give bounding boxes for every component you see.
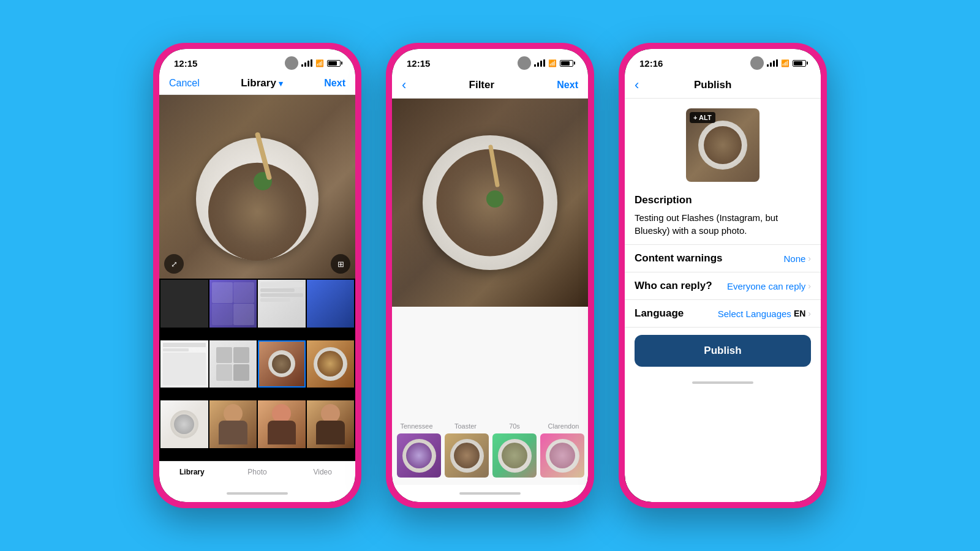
grid-item[interactable]	[160, 340, 208, 388]
content-warnings-row[interactable]: Content warnings None ›	[625, 245, 821, 272]
who-can-reply-row[interactable]: Who can reply? Everyone can reply ›	[625, 272, 821, 300]
crop-button[interactable]: ⊞	[331, 254, 350, 274]
grid-item[interactable]	[307, 340, 355, 388]
content-warnings-value: None ›	[783, 253, 811, 264]
avatar-3	[750, 56, 764, 70]
photo-thumbnail-area: + ALT	[625, 99, 821, 187]
filter-soup-bg	[392, 99, 588, 307]
language-code: EN	[794, 309, 805, 318]
filter-label-70s[interactable]: 70s	[490, 421, 539, 431]
grid-item[interactable]	[307, 400, 355, 448]
publish-content: + ALT Description Testing out Flashes (I…	[625, 99, 821, 502]
photo-controls: ⤢ ⊞	[164, 254, 350, 274]
status-icons-1: 📶	[285, 56, 341, 70]
next-button-1[interactable]: Next	[324, 78, 345, 89]
expand-button[interactable]: ⤢	[164, 254, 184, 274]
filter-title: Filter	[469, 79, 495, 91]
signal-icon-2	[534, 59, 545, 67]
nav-bar-2: ‹ Filter Next	[392, 72, 588, 99]
status-icons-3: 📶	[750, 56, 806, 70]
grid-item[interactable]	[258, 400, 306, 448]
wifi-icon-1: 📶	[315, 59, 324, 67]
battery-icon-1	[327, 60, 341, 67]
tab-video[interactable]: Video	[290, 462, 355, 485]
thumb-plate	[698, 121, 747, 170]
filter-thumb-clarendon[interactable]	[540, 433, 584, 478]
publish-title: Publish	[694, 79, 731, 91]
filter-thumb-70s[interactable]	[492, 433, 537, 478]
grid-item[interactable]	[209, 400, 257, 448]
who-can-reply-value: Everyone can reply ›	[727, 281, 811, 291]
grid-item[interactable]	[209, 280, 257, 328]
bottom-tabs: Library Photo Video	[159, 461, 355, 485]
home-indicator-1	[159, 485, 355, 502]
filter-content: Tennessee Toaster 70s Clarendon	[392, 99, 588, 502]
thumb-soup	[704, 126, 742, 164]
phone-filter: 12:15 📶 ‹ Filter Next	[386, 43, 594, 508]
signal-icon-1	[301, 59, 312, 67]
tab-photo[interactable]: Photo	[225, 462, 290, 485]
publish-button[interactable]: Publish	[635, 335, 811, 367]
wifi-icon-2: 📶	[548, 59, 557, 67]
avatar-1	[285, 56, 298, 70]
battery-icon-3	[793, 60, 806, 67]
status-icons-2: 📶	[518, 56, 573, 70]
description-section: Description Testing out Flashes (Instagr…	[625, 187, 821, 245]
battery-icon-2	[560, 60, 573, 67]
nav-bar-3: ‹ Publish	[625, 72, 821, 99]
grid-item-selected[interactable]	[258, 340, 306, 388]
filter-preview	[392, 99, 588, 307]
publish-button-area: Publish	[625, 328, 821, 374]
home-indicator-3	[625, 374, 821, 391]
chevron-right-icon-3: ›	[808, 309, 811, 318]
status-time-2: 12:15	[407, 58, 430, 69]
main-photo-preview: ⤢ ⊞	[159, 95, 355, 279]
grid-item[interactable]	[160, 280, 208, 328]
status-bar-3: 12:16 📶	[625, 49, 821, 72]
back-button-filter[interactable]: ‹	[402, 77, 406, 93]
filter-labels: Tennessee Toaster 70s Clarendon	[392, 421, 588, 431]
filter-thumbnails	[392, 431, 588, 480]
phone-library: 12:15 📶 Cancel Library	[153, 43, 361, 508]
tab-library[interactable]: Library	[159, 462, 225, 485]
who-can-reply-label: Who can reply?	[635, 280, 712, 292]
status-time-3: 12:16	[639, 58, 663, 69]
chevron-right-icon-2: ›	[808, 281, 811, 291]
language-label: Language	[635, 307, 684, 320]
phone-publish: 12:16 📶 ‹ Publish	[619, 43, 827, 508]
language-value: Select Languages EN ›	[718, 309, 811, 319]
status-bar-2: 12:15 📶	[392, 49, 588, 72]
grid-item[interactable]	[258, 280, 306, 328]
alt-badge[interactable]: + ALT	[690, 112, 715, 123]
photo-grid	[159, 279, 355, 461]
content-warnings-label: Content warnings	[635, 252, 723, 264]
filter-label-toaster[interactable]: Toaster	[441, 421, 490, 431]
next-button-2[interactable]: Next	[557, 80, 578, 91]
filter-garnish	[486, 190, 503, 208]
filter-label-tennessee[interactable]: Tennessee	[392, 421, 441, 431]
cancel-button[interactable]: Cancel	[169, 78, 200, 89]
language-row[interactable]: Language Select Languages EN ›	[625, 300, 821, 328]
grid-item[interactable]	[307, 280, 355, 328]
status-bar-1: 12:15 📶	[159, 49, 355, 72]
filter-strip: Tennessee Toaster 70s Clarendon	[392, 416, 588, 485]
filter-label-clarendon[interactable]: Clarendon	[539, 421, 588, 431]
avatar-2	[518, 56, 531, 70]
filter-spacer	[392, 307, 588, 416]
description-label: Description	[635, 194, 811, 206]
back-button-publish[interactable]: ‹	[635, 77, 639, 93]
filter-thumb-toaster[interactable]	[445, 433, 489, 478]
wifi-icon-3: 📶	[781, 59, 790, 67]
library-content: ⤢ ⊞	[159, 95, 355, 502]
chevron-right-icon-1: ›	[808, 253, 811, 263]
grid-item[interactable]	[209, 340, 257, 388]
home-indicator-2	[392, 485, 588, 502]
description-text[interactable]: Testing out Flashes (Instagram, but Blue…	[635, 211, 811, 237]
status-time-1: 12:15	[174, 58, 197, 69]
signal-icon-3	[767, 59, 778, 67]
filter-thumb-tennessee[interactable]	[397, 433, 441, 478]
library-title: Library ▾	[241, 77, 283, 89]
grid-item[interactable]	[160, 400, 208, 448]
nav-bar-1: Cancel Library ▾ Next	[159, 72, 355, 95]
thumbnail-container: + ALT	[686, 108, 760, 182]
